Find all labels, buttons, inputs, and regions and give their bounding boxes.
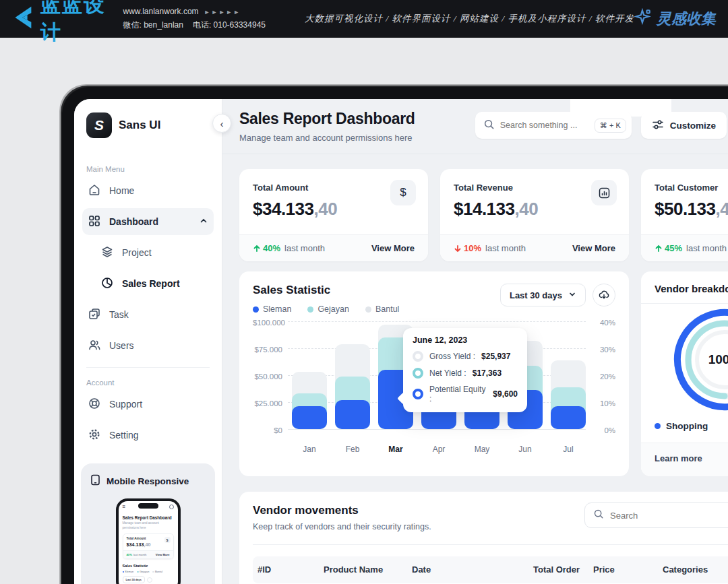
download-button[interactable] (593, 284, 615, 306)
legend-dot-shopping (655, 423, 661, 429)
x-axis-label: Jan (292, 445, 327, 454)
agency-phone: 电话: 010-63334945 (193, 20, 266, 30)
search-icon (169, 505, 174, 509)
trend-up: 40% (253, 243, 280, 253)
vendor-breakdown-title: Vendor breakdown (641, 271, 728, 303)
phone-notch (138, 503, 158, 509)
col-categories: Categories (663, 556, 708, 583)
chart-tooltip: June 12, 2023 Gross Yield :$25,937 Net Y… (403, 328, 527, 412)
sidebar-item-sales-report[interactable]: Sales Report (82, 270, 214, 297)
sales-statistic-title: Sales Statistic (253, 284, 399, 297)
sidebar-item-dashboard[interactable]: Dashboard (82, 208, 214, 235)
layers-icon (100, 245, 114, 261)
dollar-icon: $ (390, 180, 416, 205)
download-icon (147, 577, 152, 583)
menu-icon: ≡ (123, 504, 126, 510)
col-id: #ID (257, 556, 271, 583)
content: Total Amount $34.133,40 $ 40% last month… (222, 154, 728, 584)
ring-gray-icon (413, 351, 423, 362)
x-axis-label: Jun (508, 445, 543, 454)
main-area: Sales Report Dashboard Manage team and a… (222, 99, 728, 584)
agency-contact: www.lanlanwork.com►►►►► 微信: ben_lanlan电话… (123, 5, 266, 32)
sidebar-nav: Home Dashboard Project Sales Report Task (74, 177, 222, 449)
task-check-icon (88, 307, 101, 323)
ring-blue-icon (413, 389, 423, 399)
chevron-up-icon (199, 216, 208, 228)
vendor-movements-card: Vendor movements Keep track of vendors a… (239, 492, 728, 584)
dashboard-grid-icon (88, 214, 101, 230)
sidebar-item-task[interactable]: Task (82, 301, 214, 328)
date-range-dropdown[interactable]: Last 30 days (500, 284, 586, 306)
home-icon (88, 183, 101, 199)
search-input[interactable] (500, 121, 589, 130)
table-header-row: #ID Product Name Date Total Order Price … (253, 556, 728, 583)
y-axis-label-left: $75.000 (253, 346, 282, 354)
sidebar-item-setting[interactable]: Setting (82, 422, 214, 449)
agency-logo-icon (8, 3, 36, 34)
gear-icon (88, 428, 101, 443)
sales-statistic-card: Sales Statistic Sleman Gejayan Bantul La… (239, 271, 629, 476)
dollar-icon: $ (164, 537, 171, 543)
stat-card-total-amount: Total Amount $34.133,40 $ 40% last month… (239, 169, 428, 261)
stat-card-total-revenue: Total Revenue $14.133,40 10% last month … (440, 169, 629, 261)
sidebar-collapse-button[interactable]: ‹ (212, 114, 231, 133)
inspiration-collect[interactable]: 灵感收集 (634, 8, 716, 30)
gridline (288, 321, 586, 322)
sidebar-item-project[interactable]: Project (82, 239, 214, 266)
x-axis-label: Mar (378, 445, 413, 454)
promo-banner: 蓝蓝设计 www.lanlanwork.com►►►►► 微信: ben_lan… (0, 0, 728, 38)
phone-page-subtitle: Manage team and account permissions here (123, 521, 164, 530)
bar-sleman (551, 406, 586, 429)
global-search[interactable]: ⌘ + K (475, 112, 632, 139)
lifebuoy-icon (88, 397, 101, 412)
vendor-breakdown-card: Vendor breakdown 100% (641, 271, 728, 476)
chevron-down-icon (568, 290, 576, 300)
laptop-frame: S Sans UI ‹ Main Menu Home Dashboard Pro… (61, 86, 728, 584)
agency-wechat: 微信: ben_lanlan (123, 20, 183, 30)
arrows-icon: ►►►►► (204, 9, 241, 15)
col-total-order: Total Order (533, 556, 580, 583)
app-brand-name: Sans UI (119, 119, 160, 132)
trend-up: 45% (655, 243, 682, 253)
bar-sleman (292, 406, 327, 429)
app-logo-icon: S (86, 112, 112, 138)
customize-button[interactable]: Customize (641, 112, 727, 139)
sidebar-section-main: Main Menu (86, 165, 210, 173)
app-brand: S Sans UI (74, 99, 222, 138)
shortcut-badge: ⌘ + K (595, 119, 626, 133)
trend-down: 10% (454, 243, 481, 253)
sidebar-item-users[interactable]: Users (82, 332, 214, 359)
agency-website[interactable]: www.lanlanwork.com (123, 7, 199, 16)
phone-page-title: Sales Report Dashboard (123, 515, 174, 520)
sidebar: S Sans UI ‹ Main Menu Home Dashboard Pro… (74, 99, 222, 584)
users-icon (88, 338, 101, 354)
y-axis-label-right: 0% (588, 426, 615, 434)
x-axis-label: May (464, 445, 499, 454)
chart-legend: Sleman Gejayan Bantul (253, 304, 399, 314)
agency-name: 蓝蓝设计 (40, 0, 113, 46)
col-product: Product Name (324, 556, 383, 583)
table-search[interactable] (584, 502, 728, 528)
learn-more-link[interactable]: Learn more (641, 443, 728, 476)
search-icon (483, 119, 495, 133)
gridline (288, 429, 586, 430)
sidebar-divider (86, 367, 210, 368)
view-more-link[interactable]: View More (371, 243, 415, 253)
y-axis-label-right: 40% (588, 319, 615, 327)
page-title: Sales Report Dashboard (239, 110, 415, 128)
page-subtitle: Manage team and account permissions here (239, 133, 415, 143)
view-more-link[interactable]: View More (572, 243, 615, 253)
page-header: Sales Report Dashboard Manage team and a… (222, 99, 728, 143)
sliders-icon (652, 119, 664, 132)
sidebar-item-home[interactable]: Home (82, 177, 214, 204)
table-search-input[interactable] (610, 511, 728, 521)
mobile-responsive-card: Mobile Responsive ≡ Sales Report Dashboa… (81, 463, 215, 584)
y-axis-label-left: $25.000 (253, 399, 282, 408)
col-price: Price (593, 556, 615, 583)
stat-card-total-customer: Total Customer $50.133,40 45% last month… (641, 169, 728, 261)
ring-teal-icon (413, 368, 423, 379)
y-axis-label-right: 30% (588, 346, 615, 354)
sidebar-section-account: Account (86, 379, 202, 387)
x-axis-label: Apr (421, 445, 456, 454)
sidebar-item-support[interactable]: Support (82, 391, 214, 418)
